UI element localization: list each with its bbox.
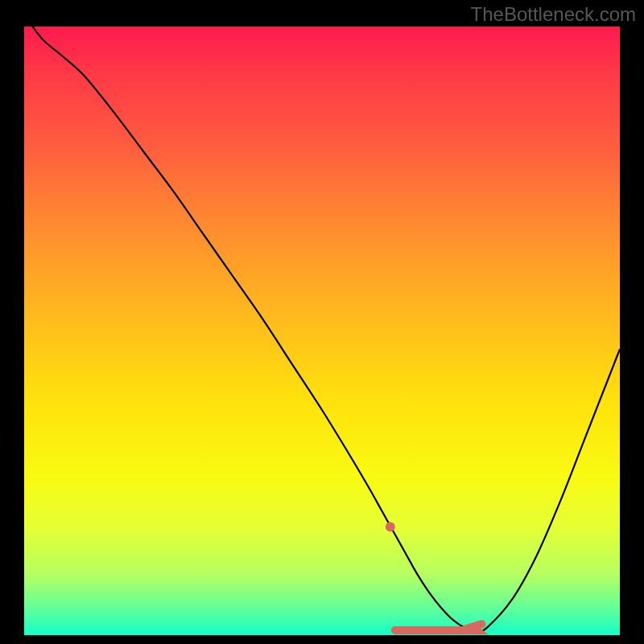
chart-container: TheBottleneck.com <box>0 0 644 644</box>
bottleneck-curve <box>24 27 620 632</box>
highlight-start-dot <box>386 522 395 531</box>
highlight-bar <box>395 624 482 630</box>
chart-svg <box>24 27 620 635</box>
watermark-text: TheBottleneck.com <box>471 3 636 26</box>
plot-area <box>24 27 620 635</box>
